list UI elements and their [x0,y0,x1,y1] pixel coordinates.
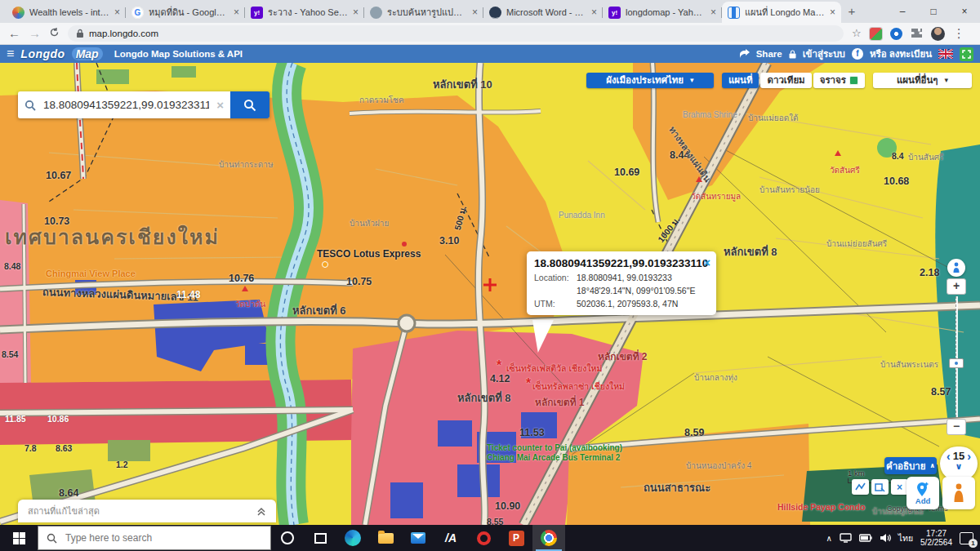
tab-close-icon[interactable]: × [710,7,716,17]
zoom-prev-icon[interactable]: ‹ [947,451,951,462]
bookmark-star-icon[interactable]: ☆ [852,25,862,42]
forward-button[interactable]: → [29,25,41,42]
volume-icon[interactable] [880,533,891,543]
hamburger-menu-icon[interactable]: ≡ [7,46,14,62]
longdo-logo-map[interactable]: Map [72,47,103,60]
chevron-down-icon[interactable]: ∨ [940,462,978,470]
action-center-icon[interactable]: 1 [960,532,973,544]
url-bar[interactable]: map.longdo.com [68,25,844,42]
street-view-button[interactable] [942,477,975,509]
reload-button[interactable] [49,25,60,42]
map-label: วัดสันทรายมูล [691,190,741,202]
taskbar-search-input[interactable] [64,531,262,544]
map-canvas[interactable]: เทศบาลนครเชียงใหม่Chingmai View Placeถนน… [0,63,980,525]
recent-places-panel[interactable]: สถานที่แก้ไขล่าสุด [18,500,276,522]
powerpoint-taskbar-icon[interactable]: P [500,525,532,551]
zoom-track[interactable] [956,296,958,417]
register-button[interactable]: หรือ ลงทะเบียน [870,47,932,61]
tab-close-icon[interactable]: × [830,7,835,17]
english-flag-icon[interactable] [938,49,953,59]
map-label: ถนนทางหลวงแผ่นดินหมายเลข 11 [42,283,199,306]
mail-taskbar-icon[interactable] [402,525,434,551]
taskbar-clock[interactable]: 17:27 5/2/2564 [920,529,952,547]
tab-title: ระบบค้นหารูปแปลงที่ดิน [387,5,467,20]
tab-yahoo-search[interactable]: y! ระวาง - Yahoo Search R × [245,2,364,23]
map-label: เซ็นทรัลเฟสติวัล เชียงใหม่ [506,362,602,375]
back-button[interactable]: ← [8,25,20,42]
browser-menu-icon[interactable]: ⋮ [953,25,965,42]
other-maps-button[interactable]: แผนที่อื่นๆ ▾ [873,73,972,88]
chevron-up-icon: ∧ [930,462,936,469]
tab-word-doc[interactable]: Microsoft Word - 1.doc × [483,2,603,23]
search-input[interactable] [42,98,211,112]
tab-longdomap-yahoo[interactable]: y! longdomap - Yahoo Se × [603,2,722,23]
facebook-icon[interactable]: f [852,48,863,60]
extension-icon[interactable] [870,28,882,40]
media-app-icon: /A [445,531,457,544]
add-label: Add [915,496,930,505]
city-plan-label: ผังเมืองประเทศไทย [606,73,684,88]
chrome-taskbar-icon[interactable] [532,525,565,551]
header-subtitle[interactable]: Longdo Map Solutions & API [114,49,243,59]
map-label: Ticket counter to Pai (avaibooking) [487,443,622,452]
taskbar-search[interactable] [38,526,271,550]
minimize-button[interactable]: – [887,0,918,23]
legend-button[interactable]: คำอธิบาย ∧ [884,457,937,474]
traffic-layer-button[interactable]: จราจร [813,73,865,88]
file-explorer-taskbar-icon[interactable] [369,525,402,551]
edge-taskbar-icon[interactable] [336,525,369,551]
zoom-next-icon[interactable]: › [967,451,971,462]
tab-land-parcel[interactable]: ระบบค้นหารูปแปลงที่ดิน × [364,2,483,23]
clear-search-icon[interactable]: × [216,98,224,112]
tab-close-icon[interactable]: × [591,7,597,17]
zoom-handle[interactable] [949,358,964,368]
satellite-layer-button[interactable]: ดาวเทียม [760,73,811,88]
battery-icon[interactable] [859,534,872,542]
profile-avatar[interactable] [931,27,945,41]
add-place-button[interactable]: Add [906,477,939,509]
tab-google-search[interactable]: G หมุดที่ดิน - Google Searc × [126,2,245,23]
measure-area-button[interactable] [871,479,889,495]
maximize-button[interactable]: □ [918,0,949,23]
location-value: 18.8080941, 99.0193233 [577,273,672,282]
start-button[interactable] [0,525,38,551]
tab-close-icon[interactable]: × [114,7,120,17]
map-layer-button[interactable]: แผนที่ [722,73,760,88]
extension-icon[interactable] [890,28,902,40]
city-plan-layer-button[interactable]: ผังเมืองประเทศไทย ▾ [586,73,714,88]
close-button[interactable]: × [949,0,980,23]
map-label: 500 ม. [451,204,470,232]
tab-longdo-map-active[interactable]: แผนที่ Longdo Map แผ × [722,2,841,23]
search-button[interactable] [230,91,270,118]
tab-close-icon[interactable]: × [472,7,478,17]
share-button[interactable]: Share [756,49,782,59]
new-tab-button[interactable]: + [841,2,862,23]
fullscreen-icon[interactable] [960,47,973,61]
lock-icon [789,50,796,59]
search-field[interactable]: × [18,91,230,118]
popup-close-icon[interactable]: × [703,256,710,269]
map-label: หลักเขตที่ 2 [598,349,648,364]
tab-title: หมุดที่ดิน - Google Searc [149,5,229,20]
street-view-pegman-icon[interactable] [947,259,965,277]
zoom-in-button[interactable]: + [947,278,966,295]
clear-tools-icon[interactable]: × [891,479,908,495]
tab-wealth-levels[interactable]: Wealth levels - introdu × [7,2,126,23]
cortana-button[interactable] [271,525,304,551]
extensions-puzzle-icon[interactable] [911,28,923,40]
hidden-icons-chevron[interactable]: ∧ [826,534,831,543]
login-button[interactable]: เข้าสู่ระบบ [803,47,845,61]
task-view-button[interactable] [304,525,336,551]
tab-close-icon[interactable]: × [234,7,239,17]
measure-distance-button[interactable] [852,479,869,495]
opera-taskbar-icon[interactable] [467,525,500,551]
language-indicator[interactable]: ไทย [898,531,913,545]
display-tray-icon[interactable] [840,533,852,543]
tab-close-icon[interactable]: × [353,7,359,17]
system-tray: ∧ ไทย 17:27 5/2/2564 1 [826,529,980,547]
media-app-taskbar-icon[interactable]: /A [434,525,467,551]
zoom-out-button[interactable]: − [947,419,966,435]
longdo-logo[interactable]: Longdo [20,47,65,60]
map-label: 10.90 [495,500,520,512]
collapse-chevron-icon[interactable] [256,507,266,516]
